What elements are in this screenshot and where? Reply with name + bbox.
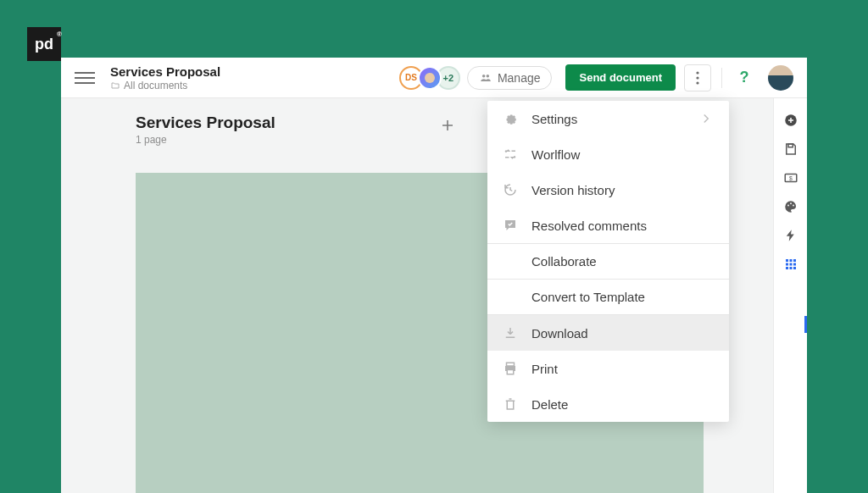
document-title: Services Proposal: [110, 64, 220, 79]
svg-rect-13: [789, 259, 792, 262]
variable-button[interactable]: $: [782, 169, 799, 186]
svg-point-3: [696, 76, 698, 79]
avatar-photo[interactable]: [418, 66, 442, 90]
add-block-button[interactable]: [782, 112, 799, 129]
actions-button[interactable]: [782, 227, 799, 244]
right-rail: $: [773, 98, 807, 493]
svg-point-0: [482, 74, 486, 77]
plus-icon: [441, 119, 454, 132]
kebab-icon: [696, 71, 699, 85]
theme-button[interactable]: [782, 198, 799, 215]
people-icon: [479, 72, 492, 84]
menu-download[interactable]: Download: [487, 315, 729, 351]
options-dropdown: Settings Worlflow Version history Resolv…: [487, 101, 729, 422]
svg-rect-23: [507, 370, 514, 374]
history-icon: [503, 182, 518, 197]
svg-rect-21: [507, 363, 515, 366]
manage-button[interactable]: Manage: [467, 66, 553, 90]
menu-workflow[interactable]: Worlflow: [487, 136, 729, 172]
avatar-stack: DS +2: [404, 66, 460, 90]
svg-point-1: [486, 74, 489, 77]
svg-rect-12: [786, 259, 788, 262]
svg-point-11: [793, 205, 794, 207]
apps-button[interactable]: [782, 256, 799, 273]
plus-circle-icon: [783, 113, 798, 128]
topbar: Services Proposal All documents DS +2 Ma…: [61, 58, 807, 98]
workflow-icon: [503, 147, 518, 162]
menu-settings[interactable]: Settings: [487, 101, 729, 136]
apps-icon: [783, 257, 798, 272]
svg-rect-18: [786, 267, 788, 269]
breadcrumb[interactable]: All documents: [110, 80, 220, 91]
save-button[interactable]: [782, 141, 799, 158]
profile-avatar[interactable]: [768, 65, 793, 91]
menu-convert-template[interactable]: Convert to Template: [487, 280, 729, 314]
svg-point-10: [790, 202, 792, 204]
svg-point-2: [696, 71, 698, 74]
gear-icon: [503, 111, 518, 126]
svg-rect-6: [788, 144, 793, 147]
comment-check-icon: [503, 218, 518, 233]
menu-icon[interactable]: [75, 68, 95, 88]
palette-icon: [783, 199, 798, 214]
more-options-button[interactable]: [684, 64, 711, 91]
menu-resolved-comments[interactable]: Resolved comments: [487, 208, 729, 243]
svg-point-4: [696, 81, 698, 84]
svg-rect-19: [789, 267, 792, 269]
svg-rect-17: [793, 263, 796, 266]
svg-rect-14: [793, 259, 796, 262]
save-icon: [783, 141, 798, 157]
print-icon: [503, 361, 518, 376]
menu-collaborate[interactable]: Collaborate: [487, 244, 729, 279]
variable-icon: $: [783, 170, 798, 186]
lightning-icon: [783, 228, 798, 243]
divider: [721, 68, 722, 88]
svg-text:$: $: [789, 175, 793, 181]
download-icon: [503, 325, 518, 341]
help-button[interactable]: ?: [731, 64, 758, 91]
brand-logo: pd: [27, 27, 61, 61]
canvas-title: Services Proposal: [136, 114, 275, 132]
add-page-button[interactable]: [436, 114, 459, 137]
send-document-button[interactable]: Send document: [565, 64, 676, 91]
page-count: 1 page: [136, 134, 275, 146]
svg-rect-15: [786, 263, 788, 266]
title-block: Services Proposal All documents: [110, 64, 220, 91]
svg-rect-16: [789, 263, 792, 266]
svg-rect-20: [793, 267, 796, 269]
menu-delete[interactable]: Delete: [487, 386, 729, 422]
svg-point-9: [787, 205, 789, 207]
rail-indicator: [804, 316, 807, 333]
folder-icon: [110, 80, 120, 91]
menu-print[interactable]: Print: [487, 351, 729, 386]
menu-version-history[interactable]: Version history: [487, 172, 729, 208]
trash-icon: [503, 396, 518, 412]
chevron-right-icon: [698, 111, 714, 126]
